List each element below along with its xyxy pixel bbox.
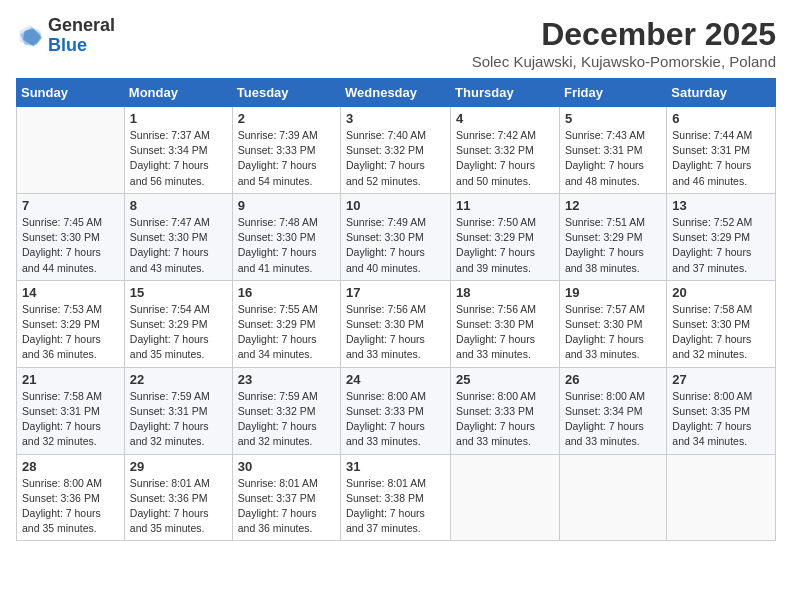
calendar-cell	[17, 107, 125, 194]
cell-info: Sunrise: 8:00 AM Sunset: 3:34 PM Dayligh…	[565, 389, 661, 450]
logo-icon	[16, 22, 44, 50]
day-number: 19	[565, 285, 661, 300]
cell-info: Sunrise: 7:58 AM Sunset: 3:30 PM Dayligh…	[672, 302, 770, 363]
day-number: 29	[130, 459, 227, 474]
calendar-cell: 10Sunrise: 7:49 AM Sunset: 3:30 PM Dayli…	[341, 193, 451, 280]
day-header-thursday: Thursday	[451, 79, 560, 107]
calendar-cell: 24Sunrise: 8:00 AM Sunset: 3:33 PM Dayli…	[341, 367, 451, 454]
day-number: 22	[130, 372, 227, 387]
day-number: 5	[565, 111, 661, 126]
calendar-body: 1Sunrise: 7:37 AM Sunset: 3:34 PM Daylig…	[17, 107, 776, 541]
calendar-cell: 19Sunrise: 7:57 AM Sunset: 3:30 PM Dayli…	[559, 280, 666, 367]
day-number: 4	[456, 111, 554, 126]
calendar-cell: 17Sunrise: 7:56 AM Sunset: 3:30 PM Dayli…	[341, 280, 451, 367]
cell-info: Sunrise: 7:42 AM Sunset: 3:32 PM Dayligh…	[456, 128, 554, 189]
calendar-cell: 16Sunrise: 7:55 AM Sunset: 3:29 PM Dayli…	[232, 280, 340, 367]
calendar-cell: 21Sunrise: 7:58 AM Sunset: 3:31 PM Dayli…	[17, 367, 125, 454]
page-header: General Blue December 2025 Solec Kujawsk…	[16, 16, 776, 70]
day-header-sunday: Sunday	[17, 79, 125, 107]
cell-info: Sunrise: 7:55 AM Sunset: 3:29 PM Dayligh…	[238, 302, 335, 363]
calendar-subtitle: Solec Kujawski, Kujawsko-Pomorskie, Pola…	[472, 53, 776, 70]
day-number: 31	[346, 459, 445, 474]
day-number: 10	[346, 198, 445, 213]
week-row-1: 1Sunrise: 7:37 AM Sunset: 3:34 PM Daylig…	[17, 107, 776, 194]
cell-info: Sunrise: 7:51 AM Sunset: 3:29 PM Dayligh…	[565, 215, 661, 276]
cell-info: Sunrise: 8:00 AM Sunset: 3:36 PM Dayligh…	[22, 476, 119, 537]
day-number: 20	[672, 285, 770, 300]
cell-info: Sunrise: 7:59 AM Sunset: 3:32 PM Dayligh…	[238, 389, 335, 450]
week-row-5: 28Sunrise: 8:00 AM Sunset: 3:36 PM Dayli…	[17, 454, 776, 541]
cell-info: Sunrise: 7:39 AM Sunset: 3:33 PM Dayligh…	[238, 128, 335, 189]
cell-info: Sunrise: 7:52 AM Sunset: 3:29 PM Dayligh…	[672, 215, 770, 276]
calendar-cell: 29Sunrise: 8:01 AM Sunset: 3:36 PM Dayli…	[124, 454, 232, 541]
day-number: 26	[565, 372, 661, 387]
cell-info: Sunrise: 8:01 AM Sunset: 3:37 PM Dayligh…	[238, 476, 335, 537]
calendar-table: SundayMondayTuesdayWednesdayThursdayFrid…	[16, 78, 776, 541]
cell-info: Sunrise: 8:00 AM Sunset: 3:33 PM Dayligh…	[456, 389, 554, 450]
cell-info: Sunrise: 7:44 AM Sunset: 3:31 PM Dayligh…	[672, 128, 770, 189]
title-block: December 2025 Solec Kujawski, Kujawsko-P…	[472, 16, 776, 70]
day-number: 9	[238, 198, 335, 213]
cell-info: Sunrise: 7:58 AM Sunset: 3:31 PM Dayligh…	[22, 389, 119, 450]
calendar-cell	[667, 454, 776, 541]
calendar-cell	[559, 454, 666, 541]
cell-info: Sunrise: 7:53 AM Sunset: 3:29 PM Dayligh…	[22, 302, 119, 363]
day-header-monday: Monday	[124, 79, 232, 107]
day-number: 21	[22, 372, 119, 387]
calendar-cell: 31Sunrise: 8:01 AM Sunset: 3:38 PM Dayli…	[341, 454, 451, 541]
calendar-cell: 5Sunrise: 7:43 AM Sunset: 3:31 PM Daylig…	[559, 107, 666, 194]
day-header-tuesday: Tuesday	[232, 79, 340, 107]
calendar-cell: 22Sunrise: 7:59 AM Sunset: 3:31 PM Dayli…	[124, 367, 232, 454]
week-row-2: 7Sunrise: 7:45 AM Sunset: 3:30 PM Daylig…	[17, 193, 776, 280]
day-number: 24	[346, 372, 445, 387]
calendar-cell: 11Sunrise: 7:50 AM Sunset: 3:29 PM Dayli…	[451, 193, 560, 280]
calendar-cell: 4Sunrise: 7:42 AM Sunset: 3:32 PM Daylig…	[451, 107, 560, 194]
week-row-3: 14Sunrise: 7:53 AM Sunset: 3:29 PM Dayli…	[17, 280, 776, 367]
calendar-cell: 9Sunrise: 7:48 AM Sunset: 3:30 PM Daylig…	[232, 193, 340, 280]
cell-info: Sunrise: 7:47 AM Sunset: 3:30 PM Dayligh…	[130, 215, 227, 276]
day-number: 12	[565, 198, 661, 213]
day-number: 1	[130, 111, 227, 126]
day-number: 28	[22, 459, 119, 474]
cell-info: Sunrise: 7:57 AM Sunset: 3:30 PM Dayligh…	[565, 302, 661, 363]
cell-info: Sunrise: 7:43 AM Sunset: 3:31 PM Dayligh…	[565, 128, 661, 189]
day-number: 30	[238, 459, 335, 474]
day-header-friday: Friday	[559, 79, 666, 107]
calendar-cell: 27Sunrise: 8:00 AM Sunset: 3:35 PM Dayli…	[667, 367, 776, 454]
cell-info: Sunrise: 7:49 AM Sunset: 3:30 PM Dayligh…	[346, 215, 445, 276]
cell-info: Sunrise: 7:40 AM Sunset: 3:32 PM Dayligh…	[346, 128, 445, 189]
calendar-cell: 15Sunrise: 7:54 AM Sunset: 3:29 PM Dayli…	[124, 280, 232, 367]
day-number: 11	[456, 198, 554, 213]
calendar-cell	[451, 454, 560, 541]
cell-info: Sunrise: 7:56 AM Sunset: 3:30 PM Dayligh…	[456, 302, 554, 363]
calendar-cell: 30Sunrise: 8:01 AM Sunset: 3:37 PM Dayli…	[232, 454, 340, 541]
calendar-title: December 2025	[472, 16, 776, 53]
calendar-cell: 18Sunrise: 7:56 AM Sunset: 3:30 PM Dayli…	[451, 280, 560, 367]
calendar-cell: 20Sunrise: 7:58 AM Sunset: 3:30 PM Dayli…	[667, 280, 776, 367]
calendar-cell: 13Sunrise: 7:52 AM Sunset: 3:29 PM Dayli…	[667, 193, 776, 280]
calendar-cell: 3Sunrise: 7:40 AM Sunset: 3:32 PM Daylig…	[341, 107, 451, 194]
calendar-cell: 1Sunrise: 7:37 AM Sunset: 3:34 PM Daylig…	[124, 107, 232, 194]
cell-info: Sunrise: 8:00 AM Sunset: 3:33 PM Dayligh…	[346, 389, 445, 450]
calendar-cell: 26Sunrise: 8:00 AM Sunset: 3:34 PM Dayli…	[559, 367, 666, 454]
day-header-wednesday: Wednesday	[341, 79, 451, 107]
logo-text: General Blue	[48, 16, 115, 56]
calendar-cell: 8Sunrise: 7:47 AM Sunset: 3:30 PM Daylig…	[124, 193, 232, 280]
calendar-cell: 6Sunrise: 7:44 AM Sunset: 3:31 PM Daylig…	[667, 107, 776, 194]
day-number: 8	[130, 198, 227, 213]
day-number: 25	[456, 372, 554, 387]
day-number: 6	[672, 111, 770, 126]
day-number: 2	[238, 111, 335, 126]
calendar-cell: 7Sunrise: 7:45 AM Sunset: 3:30 PM Daylig…	[17, 193, 125, 280]
cell-info: Sunrise: 7:37 AM Sunset: 3:34 PM Dayligh…	[130, 128, 227, 189]
day-number: 15	[130, 285, 227, 300]
day-number: 14	[22, 285, 119, 300]
cell-info: Sunrise: 7:56 AM Sunset: 3:30 PM Dayligh…	[346, 302, 445, 363]
week-row-4: 21Sunrise: 7:58 AM Sunset: 3:31 PM Dayli…	[17, 367, 776, 454]
cell-info: Sunrise: 7:48 AM Sunset: 3:30 PM Dayligh…	[238, 215, 335, 276]
day-number: 23	[238, 372, 335, 387]
logo: General Blue	[16, 16, 115, 56]
day-header-saturday: Saturday	[667, 79, 776, 107]
days-header-row: SundayMondayTuesdayWednesdayThursdayFrid…	[17, 79, 776, 107]
calendar-cell: 14Sunrise: 7:53 AM Sunset: 3:29 PM Dayli…	[17, 280, 125, 367]
